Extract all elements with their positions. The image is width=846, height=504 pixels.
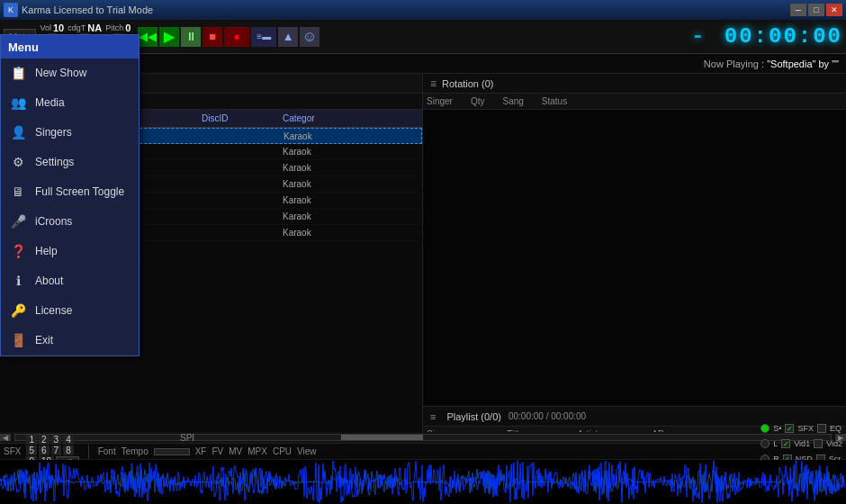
cb-sfx-label: SFX — [797, 424, 814, 433]
prev-button[interactable]: ◀◀ — [138, 27, 158, 47]
singers-icon: 👤 — [8, 122, 28, 142]
pitch-label-row: Pitch 0 — [105, 22, 130, 33]
sfx-5[interactable]: 5 — [26, 446, 37, 455]
menu-icon-rotation: ≡ — [430, 77, 436, 90]
xf-label: XF — [195, 446, 207, 456]
radio-l[interactable] — [760, 439, 770, 448]
cb-vid1[interactable]: ✓ — [781, 439, 790, 448]
media-label: Media — [35, 96, 65, 109]
sfx-2[interactable]: 2 — [39, 435, 50, 445]
cb-row-1: S• ✓ SFX EQ — [760, 421, 842, 436]
menu-item-new-show[interactable]: 📋 New Show — [1, 58, 139, 88]
bottom-area: SFX 1 2 3 4 5 6 7 8 9 10 Edit Font Tempo — [0, 443, 846, 504]
help-label: Help — [35, 245, 58, 257]
menu-header-label: Menu — [1, 35, 139, 58]
waveform-area — [0, 460, 846, 504]
tempo-slider[interactable] — [154, 448, 190, 455]
sfx-3[interactable]: 3 — [51, 435, 62, 445]
menu-item-settings[interactable]: ⚙ Settings — [1, 148, 139, 177]
cb-row-2: L ✓ Vid1 Vid2 — [760, 436, 842, 451]
horizontal-scrollbar[interactable]: ◀ ▶ — [0, 432, 846, 443]
sfx-1[interactable]: 1 — [26, 435, 37, 445]
sfx-4[interactable]: 4 — [63, 435, 74, 445]
mv-label: MV — [229, 446, 242, 456]
view-label: View — [297, 446, 317, 456]
font-label: Font — [98, 446, 116, 456]
rotation-header: ≡ Rotation (0) — [423, 74, 846, 94]
stop-button[interactable]: ■ — [202, 27, 222, 47]
menu-item-icroons[interactable]: 🎤 iCroons — [1, 207, 139, 237]
cell-category-2: Karaok — [279, 163, 422, 173]
upload-button[interactable]: ▲ — [278, 27, 298, 47]
now-playing-bar: Now Playing : "Softpedia" by "" — [704, 58, 846, 69]
cb-sfx[interactable]: ✓ — [785, 424, 794, 433]
settings-label: Settings — [35, 156, 74, 168]
settings-icon: ⚙ — [8, 152, 28, 172]
rot-col-sang: Sang — [502, 96, 523, 106]
sfx-6[interactable]: 6 — [39, 446, 50, 455]
pause-button[interactable]: ⏸ — [181, 27, 201, 47]
rotation-title: Rotation (0) — [442, 78, 493, 89]
menu-item-exit[interactable]: 🚪 Exit — [1, 326, 139, 356]
sfx-8[interactable]: 8 — [63, 446, 74, 455]
play-button[interactable]: ▶ — [159, 27, 179, 47]
menu-icon-playlist: ≡ — [430, 411, 436, 422]
title-bar: K Karma Licensed to Trial Mode ─ □ ✕ — [0, 0, 846, 20]
cb-vid2-label: Vid2 — [826, 439, 842, 448]
rot-col-status: Status — [542, 96, 567, 106]
exit-label: Exit — [35, 334, 53, 346]
menu-item-help[interactable]: ❓ Help — [1, 237, 139, 266]
cpu-label: CPU — [273, 446, 292, 456]
scroll-left-button[interactable]: ◀ — [0, 434, 11, 441]
right-spacer — [423, 110, 846, 406]
close-button[interactable]: ✕ — [826, 4, 842, 16]
menu-item-license[interactable]: 🔑 License — [1, 296, 139, 326]
now-playing-label: Now Playing — [704, 58, 759, 69]
col-discid-header: DiscID — [198, 113, 279, 123]
license-icon: 🔑 — [8, 301, 28, 320]
minimize-button[interactable]: ─ — [790, 4, 806, 16]
icroons-icon: 🎤 — [8, 212, 28, 231]
record-button[interactable]: ● — [224, 27, 249, 47]
pitch-value: 0 — [125, 22, 130, 33]
cell-category-4: Karaok — [279, 195, 422, 205]
time-dash: - — [691, 24, 706, 49]
vol-value: 10 — [53, 22, 64, 33]
equalizer-button[interactable]: ≡▬ — [251, 27, 276, 47]
scroll-track[interactable] — [14, 434, 832, 441]
sfx-label: SFX — [4, 446, 21, 456]
menu-item-singers[interactable]: 👤 Singers — [1, 118, 139, 148]
license-label: License — [35, 304, 72, 317]
cdgt-label-row: cdgT NA — [68, 22, 102, 33]
scroll-thumb[interactable] — [341, 435, 423, 440]
title-bar-left: K Karma Licensed to Trial Mode — [4, 3, 153, 17]
now-playing-value: "Softpedia" by "" — [767, 58, 839, 69]
cb-eq[interactable] — [817, 424, 826, 433]
menu-item-fullscreen[interactable]: 🖥 Full Screen Toggle — [1, 177, 139, 207]
exit-icon: 🚪 — [8, 330, 28, 350]
playlist-title: Playlist (0/0) — [446, 411, 501, 422]
sfx-row1: 1 2 3 4 — [26, 435, 78, 445]
time-value: 00:00:00 — [724, 24, 842, 49]
smiley-button[interactable]: ☺ — [300, 27, 320, 47]
menu-item-media[interactable]: 👥 Media — [1, 88, 139, 118]
cb-eq-label: EQ — [830, 424, 842, 433]
rotation-columns: Singer Qty Sang Status — [423, 94, 846, 110]
waveform-canvas — [0, 460, 846, 504]
sfx-7[interactable]: 7 — [51, 446, 62, 455]
singers-label: Singers — [35, 126, 72, 139]
fv-label: FV — [212, 446, 223, 456]
title-bar-controls: ─ □ ✕ — [790, 4, 842, 16]
media-icon: 👥 — [8, 93, 28, 112]
maximize-button[interactable]: □ — [808, 4, 824, 16]
radio-s[interactable] — [760, 424, 770, 433]
playlist-info: 00:00:00 / 00:00:00 — [508, 411, 586, 421]
cdgt-value: NA — [87, 22, 102, 33]
menu-item-about[interactable]: ℹ About — [1, 266, 139, 296]
sfx-row2: 5 6 7 8 — [26, 446, 78, 455]
rot-col-singer: Singer — [427, 96, 453, 106]
rot-col-qty: Qty — [471, 96, 485, 106]
cb-vid2[interactable] — [814, 439, 823, 448]
bottom-toolbar: SFX 1 2 3 4 5 6 7 8 9 10 Edit Font Tempo — [0, 444, 846, 460]
cb-vid1-label: Vid1 — [794, 439, 810, 448]
